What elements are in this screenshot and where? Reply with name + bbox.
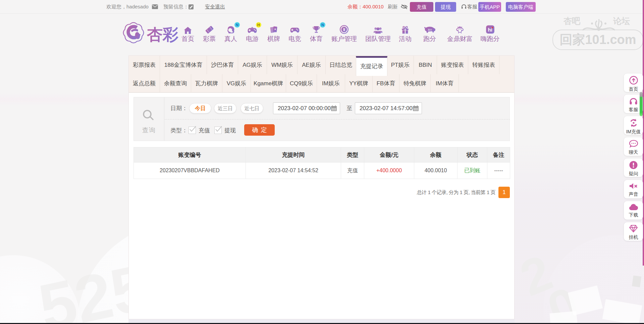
svg-text:跑分: 跑分 [428,29,432,31]
svg-text:hi: hi [488,27,492,33]
